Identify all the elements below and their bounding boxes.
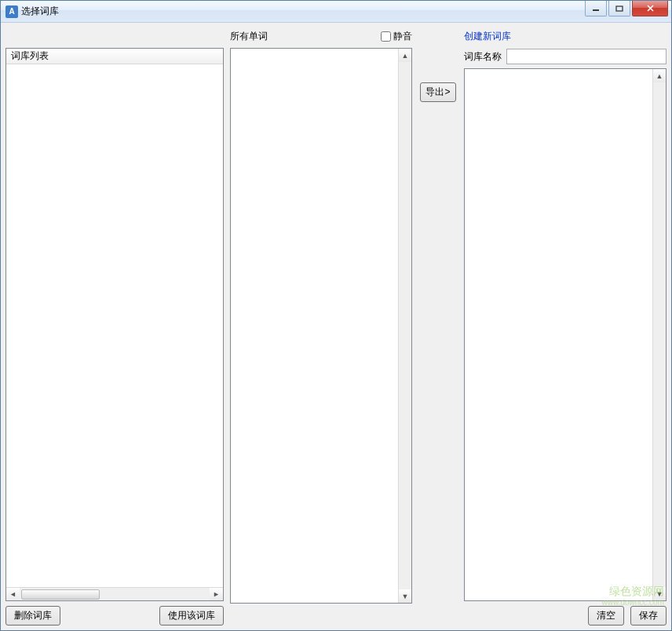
minimize-icon	[592, 5, 600, 12]
clear-button[interactable]: 清空	[588, 606, 624, 626]
wordbank-list-panel: 词库列表 ◄ ► 删除词库 使用该词库	[5, 27, 224, 626]
all-words-listbox[interactable]: ▲ ▼	[230, 48, 412, 604]
svg-rect-0	[593, 9, 599, 11]
all-words-panel: 所有单词 静音 ▲ ▼	[230, 27, 412, 626]
scroll-track[interactable]	[20, 588, 210, 601]
main-window: A 选择词库 词库列表 ◄	[0, 0, 672, 631]
vertical-scrollbar-mid[interactable]: ▲ ▼	[398, 49, 411, 603]
right-header-1: 创建新词库	[464, 27, 667, 45]
scroll-thumb[interactable]	[21, 589, 100, 600]
right-button-row: 清空 保存	[464, 606, 667, 626]
wordbank-list-header: 词库列表	[6, 49, 223, 64]
left-button-row: 删除词库 使用该词库	[5, 606, 224, 626]
window-controls	[583, 1, 671, 16]
use-wordbank-button[interactable]: 使用该词库	[159, 606, 224, 626]
maximize-button[interactable]	[608, 1, 630, 16]
right-header-2: 词库名称	[464, 48, 667, 65]
content-area: 词库列表 ◄ ► 删除词库 使用该词库 所有单词	[1, 23, 671, 630]
scroll-left-arrow-icon[interactable]: ◄	[6, 588, 20, 601]
mute-checkbox-wrap[interactable]: 静音	[381, 30, 412, 43]
export-button[interactable]: 导出>	[420, 82, 455, 102]
export-panel: 导出>	[418, 27, 458, 626]
wordbank-name-input[interactable]	[506, 49, 667, 64]
vertical-scrollbar-right[interactable]: ▲ ▼	[652, 69, 666, 600]
all-words-label: 所有单词	[230, 30, 268, 43]
svg-rect-1	[616, 6, 623, 11]
save-button[interactable]: 保存	[630, 606, 667, 626]
scroll-down-arrow-icon[interactable]: ▼	[399, 589, 411, 603]
wordbank-listbox[interactable]: 词库列表 ◄ ►	[5, 48, 224, 601]
scroll-up-arrow-icon[interactable]: ▲	[653, 69, 666, 82]
create-new-link[interactable]: 创建新词库	[464, 30, 511, 43]
scroll-track-right[interactable]	[653, 82, 666, 587]
scroll-up-arrow-icon[interactable]: ▲	[399, 49, 411, 62]
horizontal-scrollbar[interactable]: ◄ ►	[6, 587, 223, 600]
mid-header: 所有单词 静音	[230, 27, 412, 45]
close-icon	[646, 5, 655, 12]
scroll-down-arrow-icon[interactable]: ▼	[653, 587, 666, 600]
scroll-track-mid[interactable]	[399, 62, 411, 589]
maximize-icon	[615, 5, 623, 12]
minimize-button[interactable]	[585, 1, 607, 16]
close-button[interactable]	[632, 1, 668, 16]
create-panel: 创建新词库 词库名称 ▲ ▼ 清空 保存	[464, 27, 667, 626]
left-header-spacer	[5, 27, 224, 45]
mute-checkbox[interactable]	[381, 31, 391, 42]
window-title: 选择词库	[21, 5, 59, 18]
new-wordbank-textarea[interactable]: ▲ ▼	[464, 68, 667, 601]
scroll-right-arrow-icon[interactable]: ►	[210, 588, 223, 601]
app-icon: A	[5, 5, 18, 18]
mute-label: 静音	[393, 30, 412, 43]
delete-wordbank-button[interactable]: 删除词库	[5, 606, 60, 626]
titlebar: A 选择词库	[1, 1, 671, 23]
wordbank-name-label: 词库名称	[464, 50, 502, 64]
mid-bottom-spacer	[230, 608, 412, 626]
